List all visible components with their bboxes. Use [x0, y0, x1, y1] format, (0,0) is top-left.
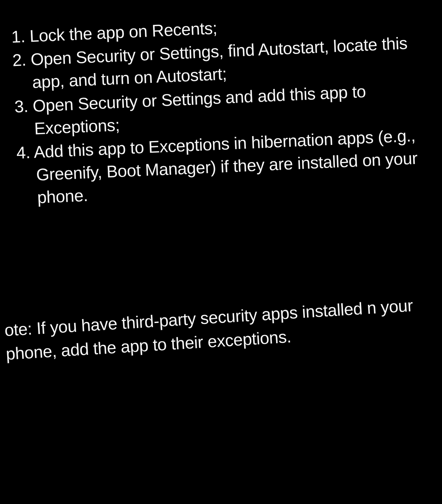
instruction-list: Lock the app on Recents; Open Security o… [11, 7, 442, 210]
note-text: ote: If you have third-party security ap… [4, 291, 442, 366]
instructions-panel: Lock the app on Recents; Open Security o… [0, 0, 442, 361]
